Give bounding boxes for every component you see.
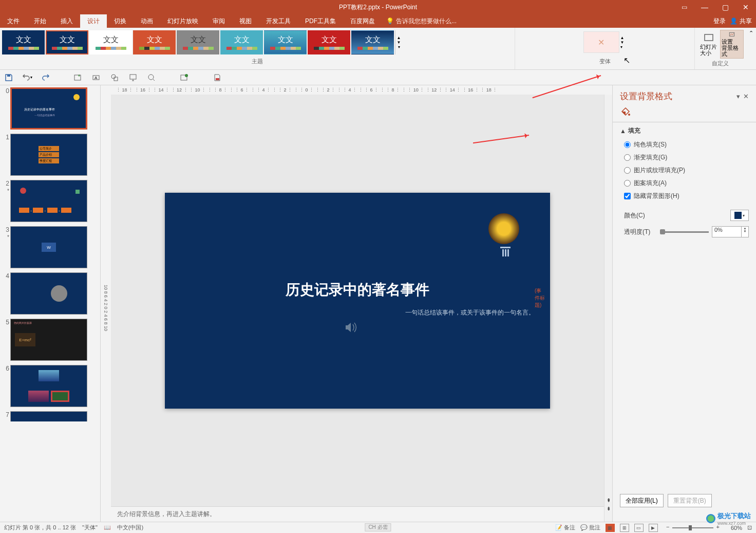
theme-option[interactable]: 文文 (133, 30, 176, 54)
slide-canvas[interactable]: 历史记录中的著名事件 (事件标题) 一句话总结该事件，或关于该事件的一句名言。 (165, 193, 550, 409)
speaker-icon[interactable] (345, 321, 359, 337)
fill-section-toggle[interactable]: ▲填充 (620, 126, 749, 135)
sorter-view-button[interactable]: ⊞ (620, 524, 629, 532)
redo-button[interactable] (40, 72, 51, 83)
slide-thumb[interactable]: 仿此两片比较器 E=mc² (10, 319, 87, 361)
slide-thumb[interactable] (10, 365, 87, 407)
theme-option[interactable]: 文文 (220, 30, 263, 54)
ribbon-options-icon[interactable]: ▭ (674, 0, 694, 14)
tab-pdf[interactable]: PDF工具集 (298, 14, 343, 28)
theme-option[interactable]: 文文 (308, 30, 350, 54)
slide-image[interactable] (488, 213, 519, 244)
slideshow-view-button[interactable]: ▶ (649, 524, 658, 532)
pane-close-button[interactable]: ✕ (743, 93, 749, 100)
apply-all-button[interactable]: 全部应用(L) (620, 494, 664, 507)
next-slide-button[interactable]: ⇟ (604, 506, 612, 511)
slide-thumb[interactable]: --- (10, 180, 87, 222)
tab-view[interactable]: 视图 (232, 14, 259, 28)
tell-me-search[interactable]: 💡 告诉我您想要做什么... (386, 17, 457, 26)
tab-insert[interactable]: 插入 (53, 14, 80, 28)
theme-option[interactable]: 文文 (177, 30, 219, 54)
maximize-button[interactable]: ▢ (715, 0, 735, 14)
transparency-input[interactable]: 0%▲▼ (712, 226, 749, 237)
pane-options-button[interactable]: ▾ (736, 93, 740, 100)
new-slide-button[interactable] (72, 72, 83, 83)
collapse-ribbon-button[interactable]: ⌃ (746, 28, 756, 69)
slide-thumb[interactable] (10, 411, 87, 421)
slide-thumbnail-7[interactable]: 7 (2, 411, 98, 421)
slide-thumbnail-5[interactable]: 5 仿此两片比较器 E=mc² (2, 319, 98, 361)
reading-view-button[interactable]: ▭ (634, 524, 644, 532)
tab-transitions[interactable]: 切换 (107, 14, 134, 28)
hide-bg-graphics-option[interactable]: 隐藏背景图形(H) (624, 192, 749, 200)
slide-thumbnail-0[interactable]: 0 历史记录中的著名事件 一句话总结该事件 (2, 87, 98, 130)
tab-developer[interactable]: 开发工具 (259, 14, 298, 28)
slides-panel[interactable]: 0 历史记录中的著名事件 一句话总结该事件 1 公司简介 产品介绍 季度汇报 2… (0, 85, 101, 522)
export-button[interactable] (179, 72, 190, 83)
gradient-fill-option[interactable]: 渐变填充(G) (624, 153, 749, 162)
normal-view-button[interactable]: ▦ (606, 524, 615, 532)
tab-review[interactable]: 审阅 (205, 14, 232, 28)
insert-textbox-button[interactable]: A (90, 72, 102, 83)
slide-tag[interactable]: (事件标题) (535, 287, 545, 309)
variants-more-button[interactable]: ▲▼▾ (620, 31, 628, 53)
login-link[interactable]: 登录 (713, 17, 726, 26)
prev-slide-button[interactable]: ⇞ (604, 498, 612, 503)
column-icon[interactable] (499, 247, 512, 260)
tab-baidu[interactable]: 百度网盘 (343, 14, 382, 28)
notes-toggle[interactable]: 📝 备注 (555, 524, 575, 531)
themes-more-button[interactable]: ▲▼▾ (395, 30, 402, 54)
svg-rect-13 (500, 247, 511, 248)
tab-home[interactable]: 开始 (27, 14, 53, 28)
slide-thumb[interactable] (10, 272, 87, 315)
language-indicator[interactable]: 中文(中国) (117, 524, 143, 531)
spellcheck-icon[interactable]: 📖 (104, 524, 111, 531)
comments-toggle[interactable]: 💬 批注 (580, 524, 600, 531)
variant-option[interactable]: ✕ (583, 31, 619, 53)
slide-thumbnail-4[interactable]: 4 (2, 272, 98, 315)
theme-option[interactable]: 文文 (89, 30, 132, 54)
theme-option[interactable]: 文文 (351, 30, 394, 54)
color-picker-button[interactable]: ▾ (730, 210, 749, 221)
transparency-slider[interactable] (660, 231, 709, 233)
slide-size-button[interactable]: 幻灯片 大小 (697, 30, 720, 59)
customize-group: 幻灯片 大小 设置 背景格式 自定义 (694, 28, 746, 69)
format-background-button[interactable]: 设置 背景格式 (720, 30, 744, 59)
slide-canvas-wrap[interactable]: 历史记录中的著名事件 (事件标题) 一句话总结该事件，或关于该事件的一句名言。 (111, 95, 604, 506)
minimize-button[interactable]: — (694, 0, 715, 14)
slide-title[interactable]: 历史记录中的著名事件 (286, 280, 429, 300)
zoom-button[interactable] (146, 72, 157, 83)
slide-subtitle[interactable]: 一句话总结该事件，或关于该事件的一句名言。 (381, 308, 535, 317)
solid-fill-option[interactable]: 纯色填充(S) (624, 140, 749, 149)
slide-thumb[interactable]: 公司简介 产品介绍 季度汇报 (10, 134, 87, 176)
titlebar: PPT教程2.pptx - PowerPoint ▭ — ▢ ✕ (0, 0, 756, 14)
picture-fill-option[interactable]: 图片或纹理填充(P) (624, 166, 749, 175)
svg-point-6 (111, 75, 116, 79)
notes-area[interactable]: 先介绍背景信息，再进入主题讲解。 (111, 506, 604, 522)
shapes-button[interactable] (109, 72, 120, 83)
slide-thumbnail-2[interactable]: 2* --- (2, 180, 98, 222)
slide-thumbnail-3[interactable]: 3* W (2, 226, 98, 268)
tab-file[interactable]: 文件 (0, 14, 27, 28)
present-button[interactable] (127, 72, 139, 83)
zoom-slider[interactable] (672, 527, 713, 528)
tab-animations[interactable]: 动画 (134, 14, 160, 28)
pattern-fill-option[interactable]: 图案填充(A) (624, 179, 749, 188)
save-button[interactable] (3, 72, 14, 83)
theme-option-selected[interactable]: 文文 (46, 30, 88, 54)
slide-thumbnail-1[interactable]: 1 公司简介 产品介绍 季度汇报 (2, 134, 98, 176)
undo-button[interactable]: ▾ (22, 72, 33, 83)
theme-option[interactable]: 文文 (2, 30, 45, 54)
close-button[interactable]: ✕ (735, 0, 756, 14)
tab-design[interactable]: 设计 (80, 14, 107, 28)
theme-option[interactable]: 文文 (264, 30, 307, 54)
slide-thumb[interactable]: 历史记录中的著名事件 一句话总结该事件 (10, 87, 87, 130)
pane-title: 设置背景格式 ▾ ✕ (620, 90, 749, 102)
slide-thumbnail-6[interactable]: 6 (2, 365, 98, 407)
tab-slideshow[interactable]: 幻灯片放映 (160, 14, 205, 28)
pdf-button[interactable] (212, 72, 223, 83)
fill-tab-icon[interactable] (620, 106, 631, 118)
vertical-scrollbar[interactable]: ⇞ ⇟ (604, 95, 612, 522)
slide-thumb[interactable]: W (10, 226, 87, 268)
share-button[interactable]: 👤 共享 (730, 17, 752, 26)
